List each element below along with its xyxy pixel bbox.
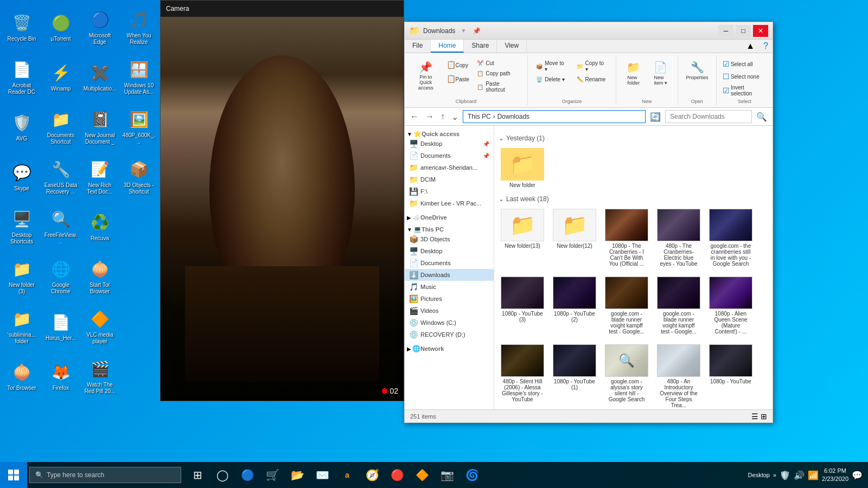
icon-multiplication[interactable]: ✖️ Multiplicatio... <box>81 53 119 101</box>
onedrive-section[interactable]: ▶ ☁️ OneDrive <box>405 211 494 221</box>
icon-new-folder-3[interactable]: 📁 New folder (3) <box>3 252 41 301</box>
search-input[interactable] <box>665 110 752 123</box>
taskbar-task-view[interactable]: ⊞ <box>187 464 208 486</box>
new-item-button[interactable]: 📄 Newitem ▾ <box>648 59 674 88</box>
list-item[interactable]: 📁 New folder(13) <box>499 206 546 269</box>
move-to-button[interactable]: 📦 Move to ▾ <box>532 59 571 74</box>
quick-access-section[interactable]: ▼ ⭐ Quick access <box>405 128 494 138</box>
icon-when-you-realize[interactable]: 🎵 When You Realize <box>120 3 158 52</box>
forward-button[interactable]: → <box>423 111 436 123</box>
icon-utorrent[interactable]: 🟢 µTorrent <box>42 3 80 52</box>
list-item[interactable]: google.com - blade runner voight kampff … <box>603 274 650 337</box>
copy-path-button[interactable]: 📋 Copy path <box>473 69 523 78</box>
icon-watch-red-pill[interactable]: 🎬 Watch The Red Pill 20... <box>81 352 119 401</box>
list-item[interactable]: 🔍 google.com - alyssa's story silent hil… <box>603 342 650 409</box>
tab-share[interactable]: Share <box>464 40 497 53</box>
sidebar-item-dcim[interactable]: 📁 DCIM <box>405 174 494 185</box>
taskbar-opera[interactable]: 🔴 <box>386 464 408 486</box>
list-item[interactable]: 480p - Silent Hill (2006) - Alessa Gille… <box>499 342 546 409</box>
taskbar-tripadvisor[interactable]: 🧭 <box>361 464 383 486</box>
taskbar-camera[interactable]: 📷 <box>436 464 458 486</box>
icon-start-tor[interactable]: 🧅 Start Tor Browser <box>81 252 119 301</box>
taskbar-file-explorer[interactable]: 📂 <box>286 464 308 486</box>
close-button[interactable]: ✕ <box>753 25 768 37</box>
taskbar-edge[interactable]: 🔵 <box>237 464 258 486</box>
large-icons-view-button[interactable]: ⊞ <box>761 412 767 421</box>
address-path[interactable]: This PC › Downloads <box>463 110 646 123</box>
icon-new-rich-text[interactable]: 📝 New Rich Text Doc... <box>81 152 119 201</box>
sidebar-item-americavr[interactable]: 📁 americavr-Sheridan... <box>405 162 494 174</box>
icon-freefileview[interactable]: 🔍 FreeFileView... <box>42 202 80 251</box>
list-item[interactable]: 1080p - YouTube (2) <box>551 274 598 337</box>
taskbar-amazon[interactable]: a <box>336 464 358 486</box>
select-all-button[interactable]: ☑ Select all <box>721 59 768 69</box>
maximize-button[interactable]: □ <box>736 25 751 37</box>
paste-shortcut-button[interactable]: 📋 Paste shortcut <box>473 79 523 94</box>
cut-button[interactable]: ✂️ Cut <box>473 59 523 68</box>
list-item[interactable]: google.com - blade runner voight kampff … <box>655 274 703 337</box>
up-button[interactable]: ↑ <box>438 111 447 123</box>
sidebar-item-videos[interactable]: 🎬 Videos <box>405 305 494 317</box>
file-item-new-folder[interactable]: 📁 New folder <box>499 145 546 191</box>
taskbar-cortana[interactable]: ◯ <box>212 464 233 486</box>
sidebar-item-music[interactable]: 🎵 Music <box>405 281 494 293</box>
recent-locations-button[interactable]: ⌄ <box>449 111 461 123</box>
rename-button[interactable]: ✏️ Rename <box>573 75 611 84</box>
sidebar-item-windows-c[interactable]: 💿 Windows (C:) <box>405 317 494 329</box>
icon-chrome[interactable]: 🌐 Google Chrome <box>42 252 80 301</box>
list-item[interactable]: 1080p - YouTube (3) <box>499 274 546 337</box>
icon-3d-objects[interactable]: 📦 3D Objects - Shortcut <box>120 152 158 201</box>
clock[interactable]: 6:02 PM 2/23/2020 <box>822 467 848 484</box>
list-item[interactable]: google.com - the crannberries still in l… <box>707 206 755 269</box>
taskbar-store[interactable]: 🛒 <box>261 464 283 486</box>
taskbar-vlc-task[interactable]: 🔶 <box>411 464 433 486</box>
list-item[interactable]: 📁 New folder(12) <box>551 206 598 269</box>
sidebar-item-documents[interactable]: 📄 Documents 📌 <box>405 150 494 162</box>
sidebar-item-3d-objects[interactable]: 📦 3D Objects <box>405 233 494 245</box>
sidebar-item-documents-pc[interactable]: 📄 Documents <box>405 257 494 269</box>
icon-new-journal[interactable]: 📓 New Journal Document _ <box>81 102 119 151</box>
sidebar-item-pictures[interactable]: 🖼️ Pictures <box>405 293 494 305</box>
icon-easeus[interactable]: 🔧 EaseUS Data Recovery ... <box>42 152 80 201</box>
help-button[interactable]: ? <box>759 40 773 53</box>
details-view-button[interactable]: ☰ <box>751 412 758 421</box>
delete-button[interactable]: 🗑️ Delete ▾ <box>532 75 571 84</box>
breadcrumb-downloads[interactable]: Downloads <box>497 113 529 120</box>
icon-documents-shortcut[interactable]: 📁 Documents Shortcut <box>42 102 80 151</box>
icon-recycle-bin[interactable]: 🗑️ Recycle Bin <box>3 3 41 52</box>
icon-desktop-shortcuts[interactable]: 🖥️ Desktop Shortcuts <box>3 202 41 251</box>
new-folder-button[interactable]: 📁 Newfolder <box>621 59 647 88</box>
sidebar-item-desktop[interactable]: 🖥️ Desktop 📌 <box>405 138 494 150</box>
icon-horus[interactable]: 📄 Horus_Her... <box>42 302 80 351</box>
invert-selection-button[interactable]: ☑ Invert selection <box>721 84 768 97</box>
list-item[interactable]: 1080p - YouTube (1) <box>551 342 598 409</box>
copy-button[interactable]: 📋 Copy <box>444 59 473 72</box>
start-button[interactable] <box>0 462 27 488</box>
search-button[interactable]: 🔍 <box>754 111 769 123</box>
properties-button[interactable]: 🔧 Properties <box>682 59 712 82</box>
icon-windows10-update[interactable]: 🪟 Windows 10 Update As... <box>120 53 158 101</box>
minimize-button[interactable]: ─ <box>718 25 733 37</box>
icon-microsoft-edge[interactable]: 🔵 Microsoft Edge <box>81 3 119 52</box>
list-item[interactable]: 1080p - YouTube <box>707 342 755 409</box>
taskbar-misc[interactable]: 🌀 <box>461 464 483 486</box>
refresh-button[interactable]: 🔄 <box>648 111 663 123</box>
icon-avg[interactable]: 🛡️ AVG <box>3 102 41 151</box>
back-button[interactable]: ← <box>408 111 421 123</box>
tab-file[interactable]: File <box>405 40 431 53</box>
copy-to-button[interactable]: 📁 Copy to ▾ <box>573 59 611 74</box>
tab-view[interactable]: View <box>497 40 527 53</box>
taskbar-search[interactable]: 🔍 Type here to search <box>29 467 181 483</box>
list-item[interactable]: 480p - The Cranberries- Electric blue ey… <box>655 206 703 269</box>
icon-skype[interactable]: 💬 Skype <box>3 152 41 201</box>
pin-quick-access-button[interactable]: 📌 Pin to Quickaccess <box>409 59 443 93</box>
select-none-button[interactable]: ☐ Select none <box>721 72 768 81</box>
this-pc-section[interactable]: ▼ 💻 This PC <box>405 223 494 233</box>
sidebar-item-recovery-d[interactable]: 💿 RECOVERY (D:) <box>405 329 494 341</box>
tab-home[interactable]: Home <box>431 40 464 53</box>
paste-button[interactable]: 📋 Paste <box>444 73 473 86</box>
icon-sublimina[interactable]: 📁 'sublimina... folder <box>3 302 41 351</box>
list-item[interactable]: 1080p - The Cranberries - I Can't Be Wit… <box>603 206 650 269</box>
icon-firefox[interactable]: 🦊 Firefox <box>42 352 80 401</box>
sidebar-item-f-drive[interactable]: 💾 F:\ <box>405 185 494 197</box>
